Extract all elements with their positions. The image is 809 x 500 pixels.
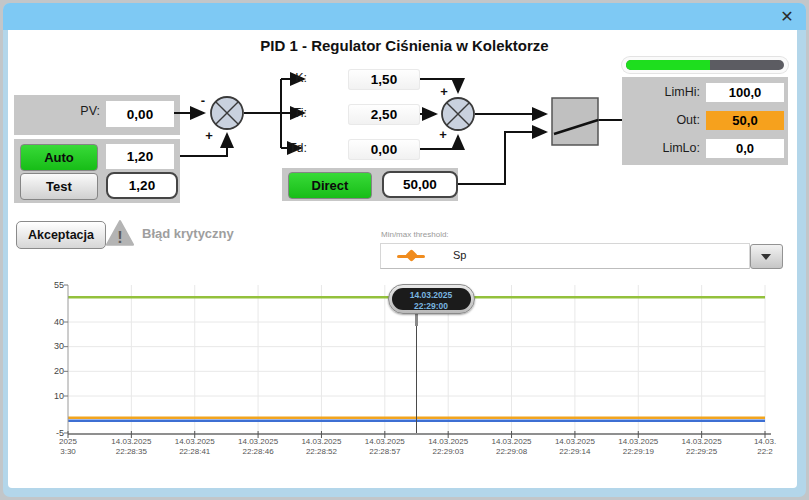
y-axis-label: 10 <box>36 391 64 401</box>
trend-chart[interactable]: 5540302010-520253:3014.03.202522:28:3514… <box>0 0 809 500</box>
x-axis-label: 14.03.202522:28:52 <box>289 437 353 456</box>
ruler-tooltip[interactable]: 14.03.2025 22:29:00 <box>388 284 475 314</box>
y-axis-label: 40 <box>36 317 64 327</box>
ruler-date: 14.03.2025 <box>392 290 471 301</box>
y-axis-label: 30 <box>36 341 64 351</box>
x-axis-label: 14.03.202522:29:19 <box>606 437 670 456</box>
ruler-time: 22:29:00 <box>392 301 471 312</box>
y-axis-label: 20 <box>36 366 64 376</box>
x-axis-label: 14.03.202522:29:14 <box>543 437 607 456</box>
pid-faceplate-window: ✕ PID 1 - Regulator Ciśnienia w Kolektor… <box>0 0 809 500</box>
x-axis-label: 14.03.202522:29:25 <box>670 437 734 456</box>
ruler-tooltip-text: 14.03.2025 22:29:00 <box>392 288 471 310</box>
y-axis-label: -5 <box>36 428 64 438</box>
x-axis-label: 14.03.202522:28:57 <box>353 437 417 456</box>
y-axis-label: 55 <box>36 280 64 290</box>
x-axis-label: 14.03.202522:28:35 <box>99 437 163 456</box>
x-axis-label: 14.03.202522:28:46 <box>226 437 290 456</box>
x-axis-label: 14.03.22:2 <box>733 437 797 456</box>
x-axis-label: 14.03.202522:29:08 <box>480 437 544 456</box>
x-axis-label: 14.03.202522:28:41 <box>163 437 227 456</box>
x-axis-label: 14.03.202522:29:03 <box>416 437 480 456</box>
x-axis-label: 20253:30 <box>36 437 100 456</box>
